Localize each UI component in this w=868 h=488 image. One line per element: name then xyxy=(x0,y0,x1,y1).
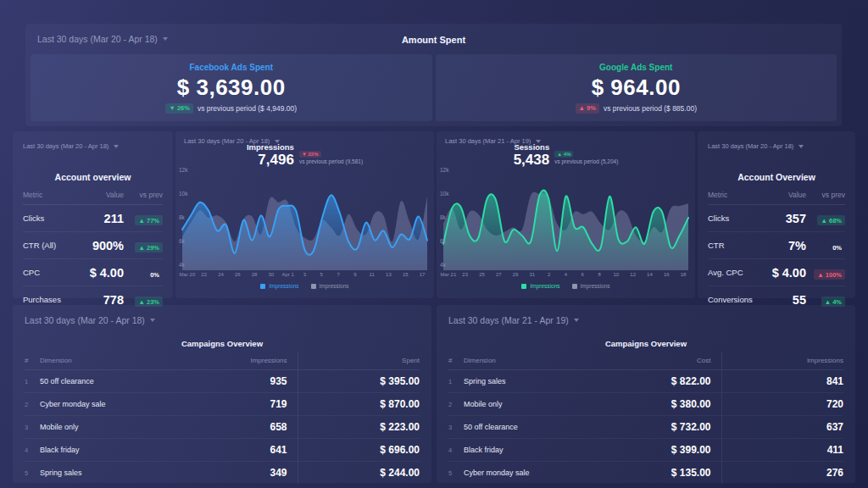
x-axis-label: 7 xyxy=(330,272,347,277)
row-rank: 3 xyxy=(25,416,40,438)
x-axis-label: 9 xyxy=(347,272,364,277)
metric-value: 719 xyxy=(175,393,297,415)
column-header: Dimension xyxy=(464,352,598,369)
table-title: Campaigns Overview xyxy=(448,339,843,348)
date-range-label: Last 30 days (Mar 20 - Apr 18) xyxy=(25,315,145,325)
panel-title: Amount Spent xyxy=(25,35,842,45)
compare-text: vs previous period ($ 885.00) xyxy=(604,104,697,113)
date-range-picker[interactable]: Last 30 days (Mar 21 - Apr 19) xyxy=(448,315,579,325)
metric-value: $ 380.00 xyxy=(598,393,721,415)
metric-value: $ 4.00 xyxy=(754,266,806,280)
dimension-name: 50 off clearance xyxy=(464,416,598,438)
metric-name: Clicks xyxy=(708,214,754,223)
x-axis-label: 31 xyxy=(524,272,541,277)
column-header: Metric xyxy=(708,191,754,199)
y-axis-label: 6k xyxy=(440,238,447,244)
table-row: 2Cyber monday sale719$ 870.00 xyxy=(25,393,420,416)
legend-swatch xyxy=(260,284,265,289)
dimension-name: Spring sales xyxy=(464,370,598,392)
legend-item[interactable]: Impressions xyxy=(311,283,349,289)
x-axis-label: 10 xyxy=(608,272,625,277)
row-rank: 1 xyxy=(448,370,464,392)
metric-value: $ 870.00 xyxy=(298,393,420,415)
x-axis-label: 25 xyxy=(474,272,491,277)
legend-label: Impressions xyxy=(269,283,298,289)
chevron-down-icon xyxy=(574,319,579,322)
table-row: 5Cyber monday sale$ 135.00276 xyxy=(448,462,843,484)
legend-item[interactable]: Impressions xyxy=(260,283,298,289)
metric-name: Avg. CPC xyxy=(708,268,754,277)
metric-name: Conversions xyxy=(708,295,754,304)
delta-badge: ▼ 22% xyxy=(299,151,321,158)
dimension-name: Spring sales xyxy=(40,462,175,484)
x-axis-label: 27 xyxy=(490,272,507,277)
table-row: 5Spring sales349$ 244.00 xyxy=(25,462,420,484)
row-rank: 2 xyxy=(25,393,40,415)
metric-value: 349 xyxy=(175,462,297,484)
card-label: Google Ads Spent xyxy=(599,63,672,72)
account-overview-left-panel: Last 30 days (Mar 20 - Apr 18) Account o… xyxy=(13,131,173,298)
x-axis-label: 23 xyxy=(457,272,474,277)
chart-legend: ImpressionsImpressions xyxy=(437,283,695,289)
delta-badge: ▲ 9% xyxy=(576,103,599,114)
date-range-picker[interactable]: Last 30 days (Mar 20 - Apr 18) xyxy=(25,315,155,325)
metric-value: 211 xyxy=(71,212,124,225)
column-header: Spent xyxy=(298,352,420,369)
date-range-picker[interactable]: Last 30 days (Mar 20 - Apr 18) xyxy=(708,142,804,150)
metric-value: 411 xyxy=(721,439,843,461)
x-axis-label: 30 xyxy=(263,272,280,277)
metric-delta: 0% xyxy=(124,265,163,280)
metric-value: $ 399.00 xyxy=(598,439,721,461)
x-axis-label: 2 xyxy=(541,272,558,277)
row-rank: 1 xyxy=(25,370,40,392)
x-axis-label: 17 xyxy=(414,272,431,277)
facebook-ads-spent-card: Facebook Ads Spent $ 3,639.00 ▼ 26% vs p… xyxy=(31,54,432,121)
legend-item[interactable]: Impressions xyxy=(572,283,610,289)
metric-value: 641 xyxy=(175,439,297,461)
google-ads-spent-card: Google Ads Spent $ 964.00 ▲ 9% vs previo… xyxy=(436,54,837,121)
column-header: Dimension xyxy=(40,352,175,369)
metric-value: 276 xyxy=(721,462,843,484)
table-title: Account overview xyxy=(23,172,163,182)
x-axis-label: 26 xyxy=(229,272,246,277)
table-row: 4Black friday$ 399.00411 xyxy=(448,439,843,462)
table-header: Metric Value vs prev xyxy=(708,191,845,205)
dimension-name: Cyber monday sale xyxy=(464,462,598,484)
x-axis-label: 13 xyxy=(381,272,398,277)
y-axis-label: 10k xyxy=(179,191,188,197)
column-header: vs prev xyxy=(806,191,845,199)
y-axis-label: 10k xyxy=(440,191,449,197)
table-body: Clicks211▲ 77%CTR (All)900%▲ 29%CPC$ 4.0… xyxy=(23,205,163,313)
metric-delta: 0% xyxy=(806,238,845,253)
delta-badge: ▲ 68% xyxy=(817,215,845,225)
metric-value: $ 223.00 xyxy=(298,416,420,438)
metric-delta: ▲ 100% xyxy=(806,265,845,280)
date-range-picker[interactable]: Last 30 days (Mar 20 - Apr 18) xyxy=(23,142,119,150)
column-header: Cost xyxy=(598,352,721,369)
table-header: # Dimension Cost Impressions xyxy=(448,352,843,370)
table-row: Clicks211▲ 77% xyxy=(23,205,163,232)
legend-swatch xyxy=(311,284,316,289)
metric-delta: ▲ 77% xyxy=(124,211,163,226)
x-axis-label: 8 xyxy=(591,272,608,277)
metric-value: 7% xyxy=(754,239,806,252)
x-axis-label: 24 xyxy=(213,272,230,277)
table-row: CTR (All)900%▲ 29% xyxy=(23,232,163,259)
metric-value: 841 xyxy=(721,370,843,392)
delta-badge: ▼ 26% xyxy=(165,103,193,114)
sessions-chart-panel: Last 30 days (Mar 21 - Apr 19) Sessions … xyxy=(437,131,695,298)
delta-badge: ▲ 100% xyxy=(814,269,845,280)
legend-item[interactable]: Impressions xyxy=(521,283,559,289)
table-body: Clicks357▲ 68%CTR7%0%Avg. CPC$ 4.00▲ 100… xyxy=(708,205,845,313)
chevron-down-icon xyxy=(114,145,119,148)
x-axis-labels: Mar 21232527293124681012141618 xyxy=(440,272,692,277)
account-overview-right-panel: Last 30 days (Mar 20 - Apr 18) Account O… xyxy=(698,131,855,298)
dimension-name: 50 off clearance xyxy=(40,370,175,392)
y-axis-label: 12k xyxy=(440,167,449,173)
metric-value: $ 4.00 xyxy=(71,266,124,280)
row-rank: 4 xyxy=(448,439,464,461)
table-row: 150 off clearance935$ 395.00 xyxy=(25,370,420,393)
row-rank: 5 xyxy=(25,462,40,484)
legend-label: Impressions xyxy=(530,283,559,289)
metric-value: $ 135.00 xyxy=(598,462,721,484)
